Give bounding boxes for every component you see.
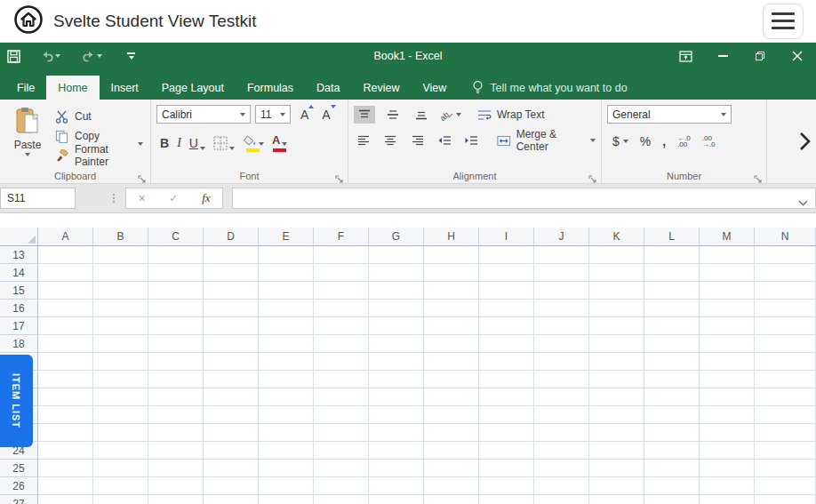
cell-K19[interactable]: [589, 353, 644, 371]
decrease-decimal-button[interactable]: .00 →.0: [702, 135, 716, 148]
cell-H19[interactable]: [424, 353, 479, 371]
cell-M23[interactable]: [700, 424, 755, 442]
tab-file[interactable]: File: [5, 76, 46, 100]
cell-I26[interactable]: [479, 477, 534, 495]
cell-B19[interactable]: [93, 353, 148, 371]
cell-L15[interactable]: [644, 282, 700, 300]
cell-B22[interactable]: [93, 406, 148, 424]
cell-M22[interactable]: [700, 406, 755, 424]
cell-N21[interactable]: [755, 388, 816, 406]
cell-J14[interactable]: [534, 264, 589, 282]
cell-F18[interactable]: [314, 335, 369, 353]
formula-bar-handle[interactable]: [113, 194, 115, 203]
cancel-button[interactable]: ×: [138, 191, 145, 205]
cell-G26[interactable]: [369, 477, 424, 495]
comma-style-button[interactable]: ,: [662, 134, 666, 148]
restore-button[interactable]: [741, 43, 779, 69]
cell-M20[interactable]: [700, 371, 755, 388]
cell-F22[interactable]: [314, 406, 369, 424]
increase-decimal-button[interactable]: ←.0 .00: [677, 135, 691, 148]
cell-I18[interactable]: [479, 335, 534, 353]
ribbon-expand-button[interactable]: [799, 132, 811, 155]
cell-J24[interactable]: [534, 442, 589, 460]
cell-L22[interactable]: [644, 406, 700, 424]
cell-E23[interactable]: [259, 424, 314, 442]
column-header-L[interactable]: L: [644, 228, 700, 246]
cell-M24[interactable]: [700, 442, 755, 460]
cell-B15[interactable]: [93, 282, 148, 300]
cell-A19[interactable]: [38, 353, 93, 371]
cell-L27[interactable]: [644, 495, 700, 504]
cell-J22[interactable]: [534, 406, 589, 424]
cell-D17[interactable]: [204, 317, 259, 335]
increase-indent-button[interactable]: [461, 132, 481, 149]
column-header-I[interactable]: I: [479, 228, 534, 246]
cell-J26[interactable]: [534, 477, 589, 495]
cell-K22[interactable]: [589, 406, 644, 424]
cell-L14[interactable]: [644, 264, 700, 282]
cell-H25[interactable]: [424, 460, 479, 477]
paste-button[interactable]: Paste: [5, 105, 50, 167]
cell-H23[interactable]: [424, 424, 479, 442]
cell-B14[interactable]: [93, 264, 148, 282]
column-header-B[interactable]: B: [93, 228, 148, 246]
align-right-button[interactable]: [407, 132, 427, 149]
cell-A18[interactable]: [38, 335, 93, 353]
cell-G21[interactable]: [369, 388, 424, 406]
cell-N17[interactable]: [755, 317, 816, 335]
fill-color-button[interactable]: [243, 135, 264, 152]
cell-N22[interactable]: [755, 406, 816, 424]
cell-E16[interactable]: [259, 300, 314, 317]
copy-button[interactable]: Copy: [55, 128, 145, 144]
cell-N20[interactable]: [755, 371, 816, 388]
cell-H27[interactable]: [424, 495, 479, 504]
row-header-17[interactable]: 17: [0, 317, 38, 335]
cell-I20[interactable]: [479, 371, 534, 388]
redo-button[interactable]: [82, 50, 102, 63]
cell-L19[interactable]: [644, 353, 700, 371]
cell-E18[interactable]: [259, 335, 314, 353]
cell-A16[interactable]: [38, 300, 93, 317]
cell-K21[interactable]: [589, 388, 644, 406]
cell-E15[interactable]: [259, 282, 314, 300]
cell-M18[interactable]: [700, 335, 755, 353]
cell-L20[interactable]: [644, 371, 700, 388]
cell-I21[interactable]: [479, 388, 534, 406]
cell-A24[interactable]: [38, 442, 93, 460]
cell-N23[interactable]: [755, 424, 816, 442]
cell-H13[interactable]: [424, 246, 479, 264]
cell-I25[interactable]: [479, 460, 534, 477]
cell-F20[interactable]: [314, 371, 369, 388]
cell-B18[interactable]: [93, 335, 148, 353]
cell-E21[interactable]: [259, 388, 314, 406]
cell-G20[interactable]: [369, 371, 424, 388]
font-family-select[interactable]: Calibri: [156, 105, 251, 124]
cell-J23[interactable]: [534, 424, 589, 442]
save-icon[interactable]: [7, 50, 20, 63]
column-header-C[interactable]: C: [148, 228, 204, 246]
cell-M25[interactable]: [700, 460, 755, 477]
merge-center-button[interactable]: Merge & Center: [497, 128, 596, 153]
cell-L26[interactable]: [644, 477, 700, 495]
row-header-14[interactable]: 14: [0, 264, 38, 282]
cell-D22[interactable]: [204, 406, 259, 424]
cell-B24[interactable]: [93, 442, 148, 460]
row-header-18[interactable]: 18: [0, 335, 38, 353]
cell-F24[interactable]: [314, 442, 369, 460]
cell-N14[interactable]: [755, 264, 816, 282]
cell-F16[interactable]: [314, 300, 369, 317]
cell-I19[interactable]: [479, 353, 534, 371]
cell-J13[interactable]: [534, 246, 589, 264]
cell-I17[interactable]: [479, 317, 534, 335]
cell-J21[interactable]: [534, 388, 589, 406]
cell-I14[interactable]: [479, 264, 534, 282]
cell-J18[interactable]: [534, 335, 589, 353]
cell-A25[interactable]: [38, 460, 93, 477]
undo-button[interactable]: [40, 50, 60, 63]
tab-review[interactable]: Review: [351, 76, 411, 100]
cell-L18[interactable]: [644, 335, 700, 353]
cell-H20[interactable]: [424, 371, 479, 388]
cell-K27[interactable]: [589, 495, 644, 504]
cell-F25[interactable]: [314, 460, 369, 477]
cell-H18[interactable]: [424, 335, 479, 353]
